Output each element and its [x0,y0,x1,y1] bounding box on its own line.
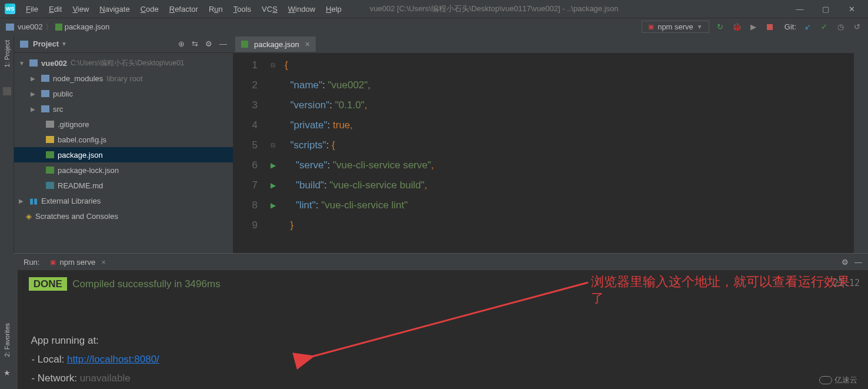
locate-icon[interactable]: ⊕ [178,39,185,48]
tree-item-label: README.md [58,181,103,190]
structure-tool-button[interactable] [3,87,11,95]
nav-toolbar: vue002 〉 package.json ▣ npm serve ▼ ↻ 🐞 … [0,18,868,35]
tree-external-libs[interactable]: ▶ ▮▮ External Libraries [14,193,233,208]
md-file-icon [46,182,54,189]
project-tool-button[interactable]: 1: Project [4,38,11,69]
tree-item-hint: library root [106,74,142,83]
menu-vcs[interactable]: VCS [257,2,282,16]
tree-readme[interactable]: README.md [14,178,233,193]
code-text: { [285,59,288,71]
tree-node-modules[interactable]: ▶ node_modules library root [14,71,233,86]
git-label: Git: [784,22,796,31]
compile-msg: Compiled successfully in 3496ms [72,278,220,290]
breadcrumb-file[interactable]: package.json [65,22,110,31]
watermark-text: 亿速云 [834,375,857,385]
fold-icon[interactable]: ⊟ [271,135,275,155]
breadcrumb-root[interactable]: vue002 [18,22,43,31]
menu-navigate[interactable]: Navigate [95,2,134,16]
expand-arrow-icon[interactable]: ▼ [19,60,26,67]
git-pull-icon[interactable]: ↙ [802,22,813,32]
network-value: unavailable [80,373,131,384]
tree-item-label: .gitignore [58,120,89,129]
settings-icon[interactable]: ⚙ [205,39,212,48]
window-controls: — ▢ ✕ [788,1,863,17]
menu-code[interactable]: Code [136,2,163,16]
scratch-icon: ◈ [26,212,32,221]
gear-icon[interactable]: ⚙ [842,258,849,267]
npm-icon: ▣ [648,23,654,31]
menu-run[interactable]: Run [204,2,228,16]
run-label: Run: [24,258,39,267]
git-revert-icon[interactable]: ↺ [852,22,862,32]
app-icon: WS [5,4,15,14]
tree-src[interactable]: ▶ src [14,101,233,117]
run-header: Run: ▣ npm serve × ⚙ — [18,254,868,270]
json-file-icon [46,151,54,158]
local-label: - Local: [31,354,66,365]
expand-arrow-icon[interactable]: ▶ [31,106,38,112]
tree-item-label: public [53,89,73,98]
tree-root[interactable]: ▼ vue002 C:\Users\编程小石头\Desktop\vue01 [14,55,233,71]
project-title[interactable]: Project [33,39,59,48]
menu-window[interactable]: Window [283,2,320,16]
library-icon: ▮▮ [29,197,38,205]
debug-button[interactable]: 🐞 [732,22,742,32]
run-timestamp: 21:12 [833,278,860,288]
stop-button[interactable] [764,22,775,32]
coverage-button[interactable]: ▶ [748,22,759,32]
tree-scratches[interactable]: ◈ Scratches and Consoles [14,208,233,224]
run-config-name: npm serve [657,22,693,31]
favorites-tool-button[interactable]: 2: Favorites [4,323,11,357]
tree-item-label: package.json [58,151,103,159]
hide-icon[interactable]: — [219,39,227,48]
chevron-down-icon[interactable]: ▼ [61,41,67,47]
editor-tab-package[interactable]: package.json × [235,36,316,53]
tree-gitignore[interactable]: .gitignore [14,117,233,132]
js-file-icon [46,136,54,143]
menu-tools[interactable]: Tools [229,2,256,16]
tree-babel[interactable]: babel.config.js [14,132,233,147]
tree-package-lock[interactable]: package-lock.json [14,162,233,178]
expand-arrow-icon[interactable]: ▶ [31,91,38,97]
minimize-button[interactable]: — [788,1,812,17]
tree-public[interactable]: ▶ public [14,86,233,101]
menu-help[interactable]: Help [321,2,346,16]
network-label: - Network: [31,373,79,384]
git-history-icon[interactable]: ◷ [835,22,846,32]
close-icon[interactable]: × [101,258,106,267]
tree-item-label: External Libraries [41,197,101,205]
run-config-selector[interactable]: ▣ npm serve ▼ [642,21,709,33]
hide-icon[interactable]: — [854,258,862,267]
editor-tabs: package.json × [233,35,868,53]
menu-view[interactable]: View [68,2,94,16]
expand-arrow-icon[interactable]: ▶ [31,75,38,82]
menu-refactor[interactable]: Refactor [165,2,203,16]
close-button[interactable]: ✕ [840,1,863,17]
run-gutter-icon[interactable]: ▶ [271,195,276,215]
git-commit-icon[interactable]: ✓ [819,22,829,32]
project-header: Project ▼ ⊕ ⇆ ⚙ — [14,35,233,53]
tree-item-label: src [53,105,63,114]
expand-arrow-icon[interactable]: ▶ [19,198,26,204]
file-icon [46,121,54,128]
fold-icon[interactable]: ⊟ [271,55,275,75]
run-gutter-icon[interactable]: ▶ [271,155,276,175]
project-tree: ▼ vue002 C:\Users\编程小石头\Desktop\vue01 ▶ … [14,53,233,226]
menu-edit[interactable]: Edit [44,2,66,16]
done-badge: DONE [29,277,67,291]
maximize-button[interactable]: ▢ [814,1,837,17]
menu-file[interactable]: FFileile [21,2,43,16]
run-gutter-icon[interactable]: ▶ [271,175,276,195]
tree-package-json[interactable]: package.json [14,147,233,162]
cloud-icon [819,376,832,384]
folder-icon [6,24,14,31]
run-button[interactable]: ↻ [715,22,726,32]
project-folder-icon [20,41,28,48]
tree-item-label: babel.config.js [58,135,106,144]
star-icon[interactable]: ★ [4,368,11,377]
left-bottom-strip: 2: Favorites ★ [0,253,14,389]
local-url-link[interactable]: http://localhost:8080/ [67,354,159,365]
run-tab[interactable]: ▣ npm serve × [45,255,110,269]
close-tab-icon[interactable]: × [305,39,310,49]
collapse-icon[interactable]: ⇆ [192,39,198,48]
